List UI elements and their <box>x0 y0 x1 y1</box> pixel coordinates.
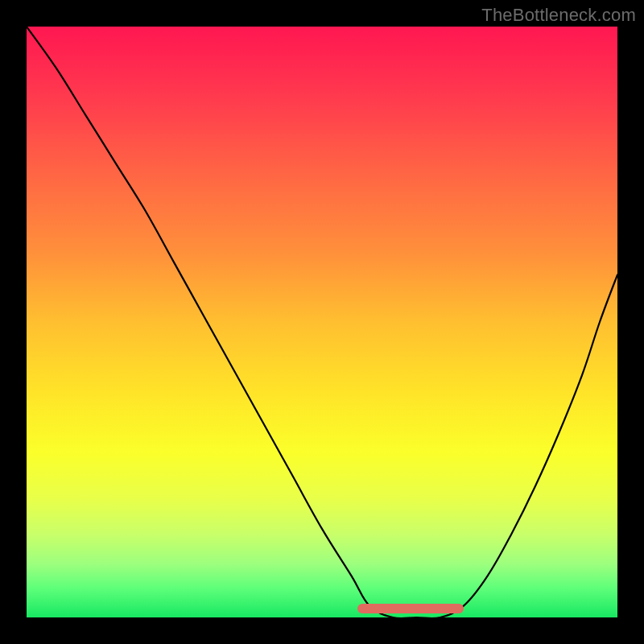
plot-area <box>27 27 617 617</box>
watermark-text: TheBottleneck.com <box>481 5 636 26</box>
valley-bar <box>357 604 464 613</box>
chart-frame: TheBottleneck.com <box>0 0 644 644</box>
bottleneck-curve <box>27 27 617 617</box>
